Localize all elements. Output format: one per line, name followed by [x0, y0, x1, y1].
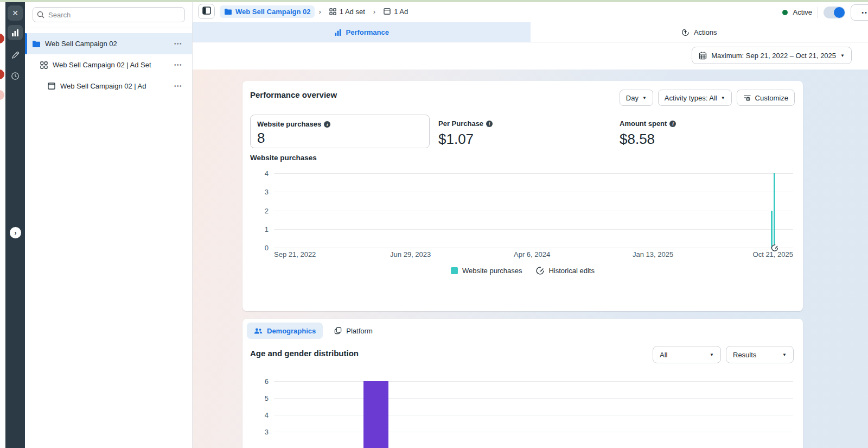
card-title: Performance overview — [250, 90, 337, 99]
interval-label: Day — [626, 94, 639, 102]
status-toggle[interactable] — [824, 7, 845, 18]
metric-value: $1.07 — [438, 131, 493, 148]
sidebar-toggle-icon — [202, 7, 211, 16]
x-tick-label: Jun 29, 2023 — [390, 250, 431, 258]
date-range-button[interactable]: Maximum: Sep 21, 2022 – Oct 21, 2025 ▼ — [692, 47, 852, 64]
y-tick-label: 1 — [249, 225, 269, 233]
adset-icon — [329, 8, 336, 15]
gridline — [274, 248, 793, 248]
status-cluster: Active ••• — [782, 2, 868, 22]
purchases-chart-title: Website purchases — [250, 154, 317, 162]
chevron-down-icon: ▼ — [782, 352, 787, 357]
search-input[interactable] — [33, 7, 185, 22]
tab-performance[interactable]: Performance — [193, 22, 531, 42]
legend-historical-edits[interactable]: Historical edits — [536, 267, 595, 275]
metric-website-purchases[interactable]: Website purchases i 8 — [250, 115, 430, 148]
status-label: Active — [793, 8, 812, 16]
gridline — [274, 415, 793, 415]
close-button[interactable]: ✕ — [8, 5, 23, 21]
y-tick-label: 6 — [249, 377, 269, 386]
breadcrumb-label: Web Sell Campaign 02 — [235, 8, 310, 16]
breakdown-filter-dropdown[interactable]: All ▼ — [653, 346, 721, 363]
chevron-down-icon: ▼ — [710, 352, 714, 357]
activity-types-dropdown[interactable]: Activity types: All ▼ — [658, 90, 732, 106]
y-tick-label: 5 — [249, 394, 269, 402]
data-spike[interactable] — [774, 173, 775, 248]
breadcrumb-ad[interactable]: 1 Ad — [379, 5, 412, 18]
customize-sliders-icon — [743, 94, 751, 102]
purchases-chart-xaxis: Sep 21, 2022Jun 29, 2023Apr 6, 2024Jan 1… — [274, 250, 793, 259]
edit-rail-button[interactable] — [8, 48, 23, 63]
y-tick-label: 0 — [249, 244, 269, 252]
expand-panel-button[interactable]: › — [10, 227, 21, 238]
history-rail-button[interactable] — [8, 68, 23, 84]
tree-item-campaign[interactable]: Web Sell Campaign 02 ••• — [25, 33, 192, 54]
breadcrumb-label: 1 Ad — [394, 8, 408, 16]
customize-label: Customize — [755, 94, 788, 102]
tree-item-menu-button[interactable]: ••• — [174, 41, 182, 47]
breadcrumb-separator-icon: › — [318, 8, 321, 16]
data-spike[interactable] — [771, 211, 773, 248]
divider — [818, 7, 818, 18]
info-icon[interactable]: i — [324, 121, 330, 128]
metric-label: Amount spent — [620, 119, 667, 128]
tab-actions[interactable]: Actions — [531, 22, 868, 42]
gridline — [274, 381, 793, 382]
subbar: Maximum: Sep 21, 2022 – Oct 21, 2025 ▼ — [193, 42, 868, 70]
tree-item-ad[interactable]: Web Sell Campaign 02 | Ad ••• — [25, 75, 192, 97]
adset-icon — [39, 61, 49, 69]
chart-legend: Website purchases Historical edits — [242, 267, 803, 275]
search-icon — [37, 11, 44, 20]
campaign-tree: Web Sell Campaign 02 ••• Web Sell Campai… — [25, 33, 192, 97]
x-tick-label: Oct 21, 2025 — [753, 250, 793, 258]
toggle-sidebar-button[interactable] — [198, 4, 215, 19]
more-options-button[interactable]: ••• — [851, 4, 868, 21]
background-pink-badge — [0, 90, 4, 100]
y-tick-label: 3 — [249, 188, 269, 196]
gridline — [274, 211, 793, 211]
chevron-down-icon: ▼ — [840, 53, 845, 58]
background-red-badge — [0, 34, 4, 43]
y-tick-label: 4 — [249, 169, 269, 178]
age-gender-bar[interactable] — [363, 381, 388, 448]
content-scroll-area: Performance overview Day ▼ Activity type… — [193, 70, 868, 448]
info-icon[interactable]: i — [669, 121, 676, 127]
customize-button[interactable]: Customize — [737, 90, 795, 106]
breadcrumb-campaign[interactable]: Web Sell Campaign 02 — [220, 5, 315, 18]
metric-per-purchase[interactable]: Per Purchase i $1.07 — [438, 115, 493, 148]
gridline — [274, 173, 793, 174]
active-status-dot — [782, 10, 788, 15]
demographics-card: Demographics Platform Age and gender dis… — [242, 319, 803, 448]
age-gender-title: Age and gender distribution — [250, 349, 359, 358]
y-tick-label: 3 — [249, 428, 269, 436]
breadcrumb-separator-icon: › — [373, 8, 375, 16]
breadcrumb-adset[interactable]: 1 Ad set — [325, 5, 369, 18]
breakdown-tabs: Demographics Platform — [247, 323, 380, 339]
info-icon[interactable]: i — [486, 121, 493, 127]
topbar: Web Sell Campaign 02 › 1 Ad set › 1 Ad — [193, 2, 868, 22]
tree-item-adset[interactable]: Web Sell Campaign 02 | Ad Set ••• — [25, 54, 192, 75]
historical-edit-icon — [536, 267, 544, 275]
legend-label: Website purchases — [462, 267, 522, 275]
chevron-down-icon: ▼ — [642, 96, 647, 100]
metric-amount-spent[interactable]: Amount spent i $8.58 — [620, 115, 676, 148]
ad-icon — [47, 83, 56, 90]
tab-demographics[interactable]: Demographics — [247, 323, 323, 339]
metric-label: Website purchases — [257, 120, 321, 128]
tree-item-menu-button[interactable]: ••• — [174, 62, 182, 68]
tree-item-menu-button[interactable]: ••• — [174, 83, 182, 89]
x-tick-label: Jan 13, 2025 — [633, 250, 673, 258]
campaign-tree-panel: Web Sell Campaign 02 ••• Web Sell Campai… — [25, 2, 193, 448]
close-icon: ✕ — [12, 9, 18, 17]
tab-label: Demographics — [267, 327, 316, 335]
legend-website-purchases[interactable]: Website purchases — [451, 267, 522, 275]
performance-overview-card: Performance overview Day ▼ Activity type… — [242, 81, 803, 311]
interval-dropdown[interactable]: Day ▼ — [620, 90, 653, 106]
background-window-sliver — [0, 2, 5, 448]
metric-filter-dropdown[interactable]: Results ▼ — [726, 346, 794, 363]
tree-item-label: Web Sell Campaign 02 | Ad Set — [53, 61, 174, 69]
insights-rail-button[interactable] — [8, 25, 23, 40]
chevron-right-icon: › — [15, 229, 17, 237]
dropdown-value: Results — [733, 351, 756, 359]
tab-platform[interactable]: Platform — [327, 323, 379, 339]
